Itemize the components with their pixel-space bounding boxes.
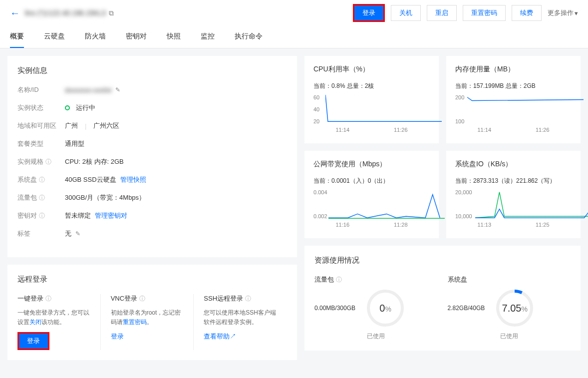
ssh-login-section: SSH远程登录 ⓘ 您可以使用本地SSH客户端软件远程登录实例。 查看帮助↗	[204, 294, 287, 350]
vnc-login-link[interactable]: 登录	[111, 333, 124, 340]
row-keypair: 密钥对 ⓘ 暂未绑定 管理密钥对	[17, 211, 287, 220]
row-region: 地域和可用区 广州|广州六区	[17, 121, 287, 130]
tab-command[interactable]: 执行命令	[235, 26, 263, 48]
instance-info-card: 实例信息 名称/ID dxxxxxxx-xxx0xl ✎ 实例状态 运行中 地域…	[7, 56, 297, 257]
row-status: 实例状态 运行中	[17, 103, 287, 112]
shutdown-button[interactable]: 关机	[391, 5, 421, 21]
instance-info-title: 实例信息	[17, 66, 287, 75]
row-name-id: 名称/ID dxxxxxxx-xxx0xl ✎	[17, 85, 287, 94]
external-link-icon: ↗	[230, 333, 236, 340]
login-button[interactable]: 登录	[353, 4, 385, 22]
status-dot-icon	[65, 105, 70, 110]
traffic-donut: 0%	[365, 288, 405, 328]
row-traffic: 流量包 ⓘ 300GB/月（带宽：4Mbps）	[17, 193, 287, 202]
tab-disk[interactable]: 云硬盘	[44, 26, 65, 48]
close-link[interactable]: 关闭	[29, 319, 41, 326]
restart-button[interactable]: 重启	[427, 5, 457, 21]
row-plan: 套餐类型 通用型	[17, 139, 287, 148]
copy-icon[interactable]: ⧉	[109, 9, 114, 17]
tab-monitor[interactable]: 监控	[201, 26, 215, 48]
sysdisk-usage: 系统盘 2.82GB/40GB 7.05% 已使用	[448, 275, 571, 341]
cpu-chart-card: CPU利用率（%） 当前：0.8% 总量：2核 604020 11:1411:2…	[304, 56, 439, 143]
info-icon[interactable]: ⓘ	[39, 176, 45, 184]
info-icon[interactable]: ⓘ	[45, 158, 51, 166]
manage-keypair-link[interactable]: 管理密钥对	[95, 211, 127, 220]
info-icon[interactable]: ⓘ	[39, 212, 45, 220]
back-icon[interactable]: ←	[10, 7, 20, 19]
traffic-usage: 流量包 ⓘ 0.00MB/300GB 0% 已使用	[314, 275, 438, 341]
row-tags: 标签 无 ✎	[17, 229, 287, 238]
oneclick-login-button[interactable]: 登录	[17, 332, 49, 350]
info-icon[interactable]: ⓘ	[45, 295, 51, 303]
instance-title: lins (*)1122.40.196.15KL3	[25, 9, 106, 17]
row-sysdisk: 系统盘 ⓘ 40GB SSD云硬盘 管理快照	[17, 175, 287, 184]
io-chart-card: 系统盘IO（KB/s） 当前：2873.313（读）221.862（写） 20,…	[446, 151, 581, 238]
remote-login-card: 远程登录 一键登录 ⓘ 一键免密登录方式，您可以设置关闭该功能。 登录 VNC登…	[7, 265, 297, 360]
reset-pwd-link[interactable]: 重置密码	[123, 319, 147, 326]
oneclick-login-section: 一键登录 ⓘ 一键免密登录方式，您可以设置关闭该功能。 登录	[17, 294, 101, 350]
row-spec: 实例规格 ⓘ CPU: 2核 内存: 2GB	[17, 157, 287, 166]
tabs-bar: 概要 云硬盘 防火墙 密钥对 快照 监控 执行命令	[0, 26, 588, 48]
tab-snapshot[interactable]: 快照	[167, 26, 181, 48]
info-icon[interactable]: ⓘ	[139, 295, 145, 303]
info-icon[interactable]: ⓘ	[245, 295, 251, 303]
reset-password-button[interactable]: 重置密码	[463, 5, 506, 21]
ssh-help-link[interactable]: 查看帮助	[204, 333, 230, 340]
remote-login-title: 远程登录	[17, 275, 287, 284]
mem-chart-card: 内存使用量（MB） 当前：157.199MB 总量：2GB 200100 11:…	[446, 56, 581, 143]
more-actions-dropdown[interactable]: 更多操作 ▾	[548, 8, 578, 17]
tab-overview[interactable]: 概要	[10, 26, 24, 48]
vnc-login-section: VNC登录 ⓘ 初始登录名为root，忘记密码请重置密码。 登录	[111, 294, 194, 350]
sysdisk-donut: 7.05%	[495, 288, 535, 328]
page-header: ← lins (*)1122.40.196.15KL3 ⧉ 登录 关机 重启 重…	[0, 0, 588, 26]
info-icon[interactable]: ⓘ	[336, 276, 342, 284]
tab-keypair[interactable]: 密钥对	[126, 26, 147, 48]
resource-usage-card: 资源使用情况 流量包 ⓘ 0.00MB/300GB 0% 已使用	[304, 246, 581, 351]
tab-firewall[interactable]: 防火墙	[85, 26, 106, 48]
info-icon[interactable]: ⓘ	[39, 194, 45, 202]
manage-snapshot-link[interactable]: 管理快照	[120, 175, 146, 184]
edit-icon[interactable]: ✎	[115, 86, 120, 93]
renew-button[interactable]: 续费	[512, 5, 542, 21]
chevron-down-icon: ▾	[575, 9, 578, 17]
edit-icon[interactable]: ✎	[75, 230, 80, 237]
bw-chart-card: 公网带宽使用（Mbps） 当前：0.0001（入）0（出） 0.0040.002…	[304, 151, 439, 238]
